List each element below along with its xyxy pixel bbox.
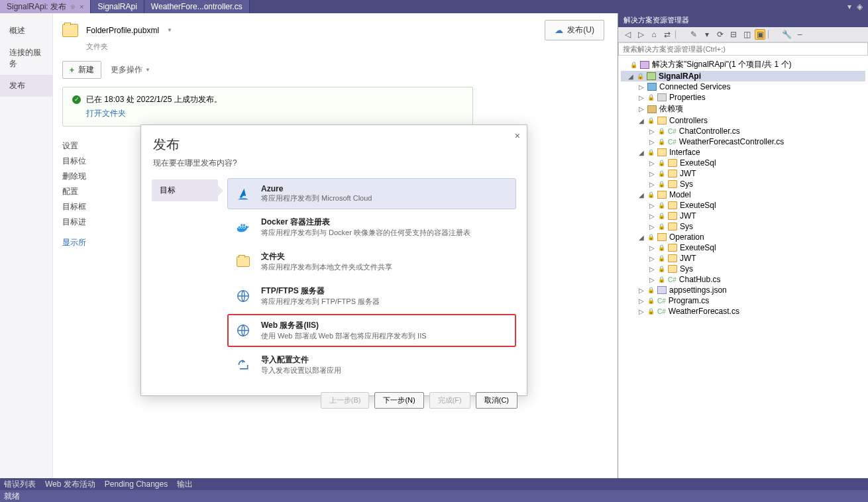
refresh-icon[interactable]: ⟳	[715, 29, 726, 40]
solution-tree: 🔒解决方案"SignalRApi"(1 个项目/共 1 个) ◢🔒SignalR…	[618, 56, 868, 478]
tab-publish[interactable]: SignalRApi: 发布 ⊕ ×	[0, 0, 91, 13]
tree-sys[interactable]: ▷🔒Sys	[621, 179, 865, 189]
expand-icon[interactable]: ▷	[649, 276, 655, 283]
sidenav-overview[interactable]: 概述	[0, 20, 52, 42]
lock-icon: 🔒	[658, 138, 665, 145]
status-text: 就绪	[4, 491, 20, 502]
close-icon[interactable]: ×	[515, 130, 520, 141]
show-all-icon[interactable]: ◫	[741, 29, 752, 40]
finish-button[interactable]: 完成(F)	[429, 392, 470, 409]
publish-button[interactable]: ☁ 发布(U)	[545, 20, 604, 40]
tree-interface[interactable]: ◢🔒Interface	[621, 147, 865, 158]
tree-program[interactable]: ▷🔒C#Program.cs	[621, 295, 865, 306]
tree-weatherforecast[interactable]: ▷🔒C#WeatherForecast.cs	[621, 306, 865, 317]
collapse-icon[interactable]: ◢	[627, 73, 634, 80]
tree-sys[interactable]: ▷🔒Sys	[621, 221, 865, 232]
pencil-icon[interactable]: ✎	[688, 29, 699, 40]
expand-icon[interactable]: ▷	[649, 128, 655, 135]
expand-icon[interactable]: ▷	[638, 105, 645, 113]
expand-icon[interactable]: ▷	[649, 181, 655, 188]
tree-jwt[interactable]: ▷🔒JWT	[621, 211, 865, 221]
option-folder[interactable]: 文件夹 将应用程序发布到本地文件夹或文件共享	[227, 245, 516, 278]
option-import[interactable]: 导入配置文件 导入发布设置以部署应用	[227, 348, 516, 381]
new-profile-button[interactable]: + 新建	[62, 61, 101, 79]
back-button[interactable]: 上一步(B)	[321, 392, 370, 409]
dropdown-icon[interactable]: ▾	[847, 2, 851, 11]
wrench-icon[interactable]: 🔧	[781, 29, 792, 40]
tree-jwt[interactable]: ▷🔒JWT	[621, 253, 865, 264]
dropdown-icon[interactable]: ▼	[167, 27, 172, 33]
collapse-icon[interactable]: ◢	[638, 234, 645, 241]
minus-icon[interactable]: –	[794, 29, 805, 40]
expand-icon[interactable]: ▷	[649, 266, 655, 273]
dialog-nav-target[interactable]: 目标	[152, 179, 218, 201]
open-folder-link[interactable]: 打开文件夹	[86, 108, 463, 119]
expand-icon[interactable]: ▷	[649, 244, 655, 252]
option-azure[interactable]: Azure 将应用程序发布到 Microsoft Cloud	[227, 178, 516, 209]
tree-jwt[interactable]: ▷🔒JWT	[621, 168, 865, 179]
tree-chatcontroller[interactable]: ▷🔒C#ChatController.cs	[621, 126, 865, 136]
expand-icon[interactable]: ▷	[649, 170, 655, 177]
tree-exeutesql[interactable]: ▷🔒ExeuteSql	[621, 242, 865, 253]
tab-output[interactable]: 输出	[177, 479, 193, 490]
sidenav-connected-services[interactable]: 连接的服务	[0, 42, 52, 75]
tree-dependencies[interactable]: ▷依赖项	[621, 103, 865, 115]
tab-web-publish-activity[interactable]: Web 发布活动	[45, 479, 95, 490]
sidenav-publish[interactable]: 发布	[0, 75, 52, 97]
expand-icon[interactable]: ▷	[638, 308, 645, 315]
tree-exeutesql[interactable]: ▷🔒ExeuteSql	[621, 200, 865, 211]
tree-chathub[interactable]: ▷🔒C#ChatHub.cs	[621, 274, 865, 285]
expand-icon[interactable]: ▷	[638, 287, 645, 294]
expand-icon[interactable]: ▷	[638, 297, 645, 305]
tab-signalrapi[interactable]: SignalRApi	[91, 0, 144, 13]
close-icon[interactable]: ×	[80, 3, 83, 11]
collapse-icon[interactable]: ◢	[638, 149, 645, 156]
pin-icon[interactable]: ⊕	[70, 3, 76, 10]
home-icon[interactable]: ⌂	[649, 29, 659, 40]
next-button[interactable]: 下一步(N)	[374, 392, 423, 409]
sync-icon[interactable]: ⇄	[662, 29, 673, 40]
tree-exeutesql[interactable]: ▷🔒ExeuteSql	[621, 158, 865, 168]
tree-label: Sys	[680, 179, 693, 189]
option-docker[interactable]: Docker 容器注册表 将应用程序发布到与 Docker 映像兼容的任何受支持…	[227, 211, 516, 244]
tab-label: SignalRApi	[97, 2, 136, 11]
cancel-button[interactable]: 取消(C)	[476, 392, 517, 409]
collapse-icon[interactable]: ⊟	[728, 29, 739, 40]
collapse-icon[interactable]: ◢	[638, 117, 645, 125]
more-actions[interactable]: 更多操作 ▼	[111, 64, 150, 75]
solution-search-input[interactable]	[618, 42, 868, 56]
expand-icon[interactable]: ▷	[638, 83, 645, 91]
option-title: FTP/FTPS 服务器	[261, 285, 380, 297]
tree-controllers[interactable]: ◢🔒Controllers	[621, 115, 865, 126]
properties-icon[interactable]: ▣	[755, 29, 765, 40]
tree-weathercontroller[interactable]: ▷🔒C#WeatherForecastController.cs	[621, 136, 865, 147]
expand-icon[interactable]: ▷	[649, 202, 655, 209]
expand-icon[interactable]: ▷	[649, 138, 655, 146]
tree-sys[interactable]: ▷🔒Sys	[621, 264, 865, 274]
collapse-icon[interactable]: ◢	[638, 191, 645, 199]
tab-weathercontroller[interactable]: WeatherFore...ontroller.cs	[144, 0, 250, 13]
expand-icon[interactable]: ▷	[649, 160, 655, 167]
tree-operation[interactable]: ◢🔒Operation	[621, 232, 865, 242]
tree-solution[interactable]: 🔒解决方案"SignalRApi"(1 个项目/共 1 个)	[621, 58, 865, 71]
tree-connected-services[interactable]: ▷Connected Services	[621, 81, 865, 92]
tree-appsettings[interactable]: ▷🔒appsettings.json	[621, 285, 865, 295]
forward-icon[interactable]: ▷	[635, 29, 646, 40]
dropdown-icon[interactable]: ▾	[702, 29, 712, 40]
window-icon[interactable]: ◈	[857, 2, 863, 11]
tree-model[interactable]: ◢🔒Model	[621, 189, 865, 200]
option-ftp[interactable]: FTP/FTPS 服务器 将应用程序发布到 FTP/FTPS 服务器	[227, 279, 516, 313]
tab-pending-changes[interactable]: Pending Changes	[105, 479, 168, 489]
option-iis[interactable]: Web 服务器(IIS) 使用 Web 部署或 Web 部署包将应用程序发布到 …	[227, 314, 516, 347]
expand-icon[interactable]: ▷	[649, 223, 655, 230]
tree-project[interactable]: ◢🔒SignalRApi	[621, 71, 865, 81]
document-tabs-bar: SignalRApi: 发布 ⊕ × SignalRApi WeatherFor…	[0, 0, 868, 13]
expand-icon[interactable]: ▷	[649, 255, 655, 262]
tree-properties[interactable]: ▷🔒Properties	[621, 92, 865, 103]
expand-icon[interactable]: ▷	[649, 213, 655, 220]
expand-icon[interactable]: ▷	[638, 94, 645, 101]
tab-error-list[interactable]: 错误列表	[4, 479, 36, 490]
profile-name: FolderProfile.pubxml	[86, 26, 159, 35]
back-icon[interactable]: ◁	[622, 29, 633, 40]
lock-icon: 🔒	[658, 255, 665, 262]
